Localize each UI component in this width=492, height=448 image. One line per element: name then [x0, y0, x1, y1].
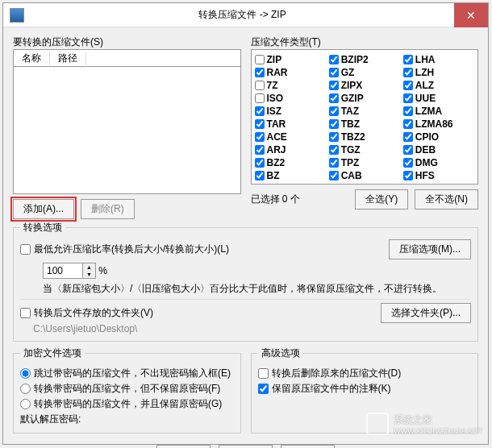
type-label: TBZ: [341, 118, 360, 130]
type-checkbox[interactable]: [255, 158, 265, 168]
type-checkbox[interactable]: [403, 93, 413, 103]
delete-orig-checkbox[interactable]: [258, 368, 269, 379]
ratio-label: 最低允许压缩比率(转换后大小/转换前大小)(L): [34, 243, 229, 256]
type-checkbox[interactable]: [403, 158, 413, 168]
type-checkbox[interactable]: [255, 145, 265, 155]
type-checkbox[interactable]: [255, 132, 265, 142]
type-item-hfs[interactable]: HFS: [403, 169, 474, 182]
type-checkbox[interactable]: [329, 55, 339, 64]
type-checkbox[interactable]: [255, 68, 265, 77]
ratio-checkbox[interactable]: [20, 244, 31, 255]
selected-count: 已选择 0 个: [251, 193, 300, 206]
type-checkbox[interactable]: [403, 171, 413, 180]
type-item-iso[interactable]: ISO: [255, 92, 326, 105]
type-label: LZH: [415, 67, 434, 78]
type-item-taz[interactable]: TAZ: [329, 105, 400, 118]
type-label: TPZ: [341, 157, 360, 168]
type-item-tbz2[interactable]: TBZ2: [329, 131, 400, 143]
type-checkbox[interactable]: [403, 81, 413, 90]
keep-comment-checkbox[interactable]: [258, 384, 269, 394]
encrypt-legend: 加密文件选项: [20, 346, 85, 360]
compress-options-button[interactable]: 压缩选项(M)...: [389, 239, 471, 259]
type-checkbox[interactable]: [255, 171, 265, 180]
type-checkbox[interactable]: [329, 81, 339, 90]
type-list[interactable]: ZIPBZIP2LHARARGZLZH7ZZIPXALZISOGZIPUUEIS…: [251, 49, 479, 185]
type-item-deb[interactable]: DEB: [403, 143, 474, 156]
type-item-cab[interactable]: CAB: [329, 169, 400, 182]
type-checkbox[interactable]: [403, 132, 413, 142]
add-button[interactable]: 添加(A)...: [13, 199, 74, 219]
type-label: HFS: [415, 170, 435, 181]
type-checkbox[interactable]: [329, 106, 339, 116]
type-item-zip[interactable]: ZIP: [255, 53, 326, 66]
type-item-tpz[interactable]: TPZ: [329, 156, 400, 169]
type-item-lzh[interactable]: LZH: [403, 66, 474, 79]
type-item-bz2[interactable]: BZ2: [255, 156, 326, 169]
type-item-rar[interactable]: RAR: [255, 66, 326, 79]
type-label: LZMA: [415, 106, 442, 117]
type-item-uue[interactable]: UUE: [403, 92, 474, 105]
type-item-lha[interactable]: LHA: [403, 53, 474, 66]
type-item-gz[interactable]: GZ: [329, 66, 400, 79]
type-item-cpio[interactable]: CPIO: [403, 131, 474, 143]
col-name[interactable]: 名称: [14, 52, 50, 65]
type-label: GZ: [341, 67, 355, 78]
select-none-button[interactable]: 全不选(N): [415, 189, 478, 209]
type-item-gzip[interactable]: GZIP: [329, 92, 400, 105]
type-checkbox[interactable]: [329, 68, 339, 77]
type-checkbox[interactable]: [255, 119, 265, 129]
type-label: LHA: [415, 54, 436, 65]
close-button[interactable]: ✕: [454, 3, 488, 27]
type-checkbox[interactable]: [403, 55, 413, 64]
type-checkbox[interactable]: [329, 93, 339, 103]
type-item-ace[interactable]: ACE: [255, 131, 326, 143]
type-checkbox[interactable]: [329, 119, 339, 129]
ratio-spinner[interactable]: ▲▼: [83, 263, 96, 279]
encrypt-nopwd-radio[interactable]: [20, 384, 31, 394]
type-label: ISO: [267, 93, 284, 104]
encrypt-skip-radio[interactable]: [20, 368, 31, 379]
type-checkbox[interactable]: [255, 81, 265, 90]
type-item-bzip2[interactable]: BZIP2: [329, 53, 400, 66]
type-checkbox[interactable]: [403, 106, 413, 116]
type-label: TBZ2: [341, 131, 365, 143]
help-button[interactable]: 帮助(H): [281, 445, 335, 448]
type-label: UUE: [415, 93, 436, 104]
ok-button[interactable]: 确定(O): [156, 445, 211, 448]
type-item-bz[interactable]: BZ: [255, 169, 326, 182]
type-item-7z[interactable]: 7Z: [255, 79, 326, 92]
type-item-zipx[interactable]: ZIPX: [329, 79, 400, 92]
type-item-alz[interactable]: ALZ: [403, 79, 474, 92]
type-checkbox[interactable]: [403, 68, 413, 77]
ratio-input[interactable]: [43, 263, 83, 279]
type-checkbox[interactable]: [403, 119, 413, 129]
ratio-note: 当〈新压缩包大小〉/〈旧压缩包大小〉百分比大于此值时，将保留原压缩文件，不进行转…: [20, 282, 471, 296]
select-all-button[interactable]: 全选(Y): [355, 189, 408, 209]
type-item-tgz[interactable]: TGZ: [329, 143, 400, 156]
advanced-legend: 高级选项: [258, 346, 303, 360]
type-checkbox[interactable]: [403, 145, 413, 155]
type-label: TGZ: [341, 144, 361, 156]
type-item-arj[interactable]: ARJ: [255, 143, 326, 156]
convert-legend: 转换选项: [20, 221, 65, 234]
type-item-lzma[interactable]: LZMA: [403, 105, 474, 118]
type-item-tar[interactable]: TAR: [255, 118, 326, 131]
type-item-dmg[interactable]: DMG: [403, 156, 474, 169]
type-checkbox[interactable]: [255, 106, 265, 116]
type-checkbox[interactable]: [329, 158, 339, 168]
type-checkbox[interactable]: [329, 132, 339, 142]
col-path[interactable]: 路径: [50, 52, 86, 65]
type-item-tbz[interactable]: TBZ: [329, 118, 400, 131]
select-folder-button[interactable]: 选择文件夹(P)...: [381, 303, 471, 323]
type-item-lzma86[interactable]: LZMA86: [403, 118, 474, 131]
type-item-isz[interactable]: ISZ: [255, 105, 326, 118]
type-label: 7Z: [267, 80, 278, 91]
type-checkbox[interactable]: [329, 171, 339, 180]
type-checkbox[interactable]: [329, 145, 339, 155]
encrypt-keeppwd-radio[interactable]: [20, 399, 31, 409]
cancel-button[interactable]: 取消(C): [219, 445, 273, 448]
file-list[interactable]: [13, 67, 241, 194]
type-checkbox[interactable]: [255, 93, 265, 103]
folder-checkbox[interactable]: [20, 308, 31, 318]
type-checkbox[interactable]: [255, 55, 265, 64]
